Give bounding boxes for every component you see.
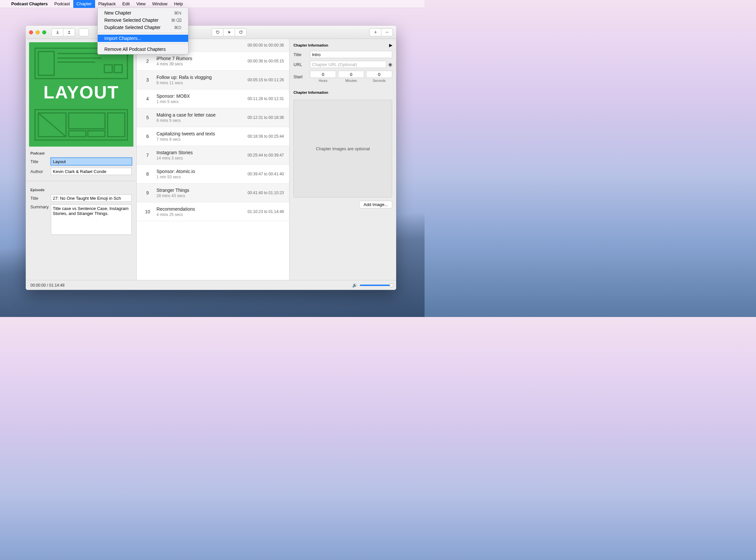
toolbar-button[interactable] bbox=[79, 28, 89, 36]
menu-item-label: Remove All Podcast Chapters bbox=[104, 46, 166, 52]
menu-item-shortcut: ⌘D bbox=[174, 25, 182, 30]
chapter-start-label: Start bbox=[293, 74, 310, 79]
remove-chapter-button[interactable] bbox=[381, 28, 393, 36]
add-chapter-button[interactable] bbox=[369, 28, 381, 36]
menu-separator bbox=[98, 33, 188, 33]
podcast-title-input[interactable] bbox=[51, 158, 132, 165]
import-export-group bbox=[52, 28, 75, 36]
chapter-timerange: 00:25:44 to 00:39:47 bbox=[231, 153, 284, 158]
episode-summary-input[interactable]: Title case vs Sentence Case, Instagram S… bbox=[51, 204, 132, 235]
chapter-duration: 1 min 53 secs bbox=[157, 175, 231, 179]
chapter-title: Instagram Stories bbox=[157, 150, 231, 155]
chapter-duration: 6 mins 5 secs bbox=[157, 118, 231, 123]
chapter-title: Sponsor: MOBX bbox=[157, 94, 231, 99]
chapter-duration: 14 mins 3 secs bbox=[157, 156, 231, 160]
svg-text:LAYOUT: LAYOUT bbox=[43, 82, 119, 102]
chapter-row[interactable]: 5Making a case for letter case6 mins 5 s… bbox=[137, 108, 289, 127]
chapter-info-header: Chapter Information bbox=[293, 43, 328, 47]
chapter-timerange: 00:00:00 to 00:00:36 bbox=[231, 43, 284, 47]
chapter-duration: 4 mins 39 secs bbox=[157, 62, 231, 66]
main-window: LAYOUT Cha Podcast Title Author Episode bbox=[26, 26, 396, 290]
podcast-author-input[interactable] bbox=[51, 168, 132, 175]
chapter-url-input[interactable] bbox=[310, 61, 386, 68]
minutes-input[interactable] bbox=[338, 71, 364, 78]
rewind-button[interactable] bbox=[211, 28, 224, 36]
chapter-title-input[interactable] bbox=[310, 51, 392, 58]
menu-duplicate-selected[interactable]: Duplicate Selected Chapter ⌘D bbox=[98, 24, 188, 31]
podcast-title-label: Title bbox=[30, 159, 51, 164]
chapter-row[interactable]: 3Follow up: Rafa is vlogging6 mins 11 se… bbox=[137, 71, 289, 89]
add-image-button[interactable]: Add Image... bbox=[359, 201, 392, 208]
menu-import-chapters[interactable]: Import Chapters... bbox=[98, 35, 188, 42]
chapter-timerange: 00:39:47 to 00:41:40 bbox=[231, 172, 284, 176]
chapter-title-label: Title bbox=[293, 52, 310, 57]
chapter-row[interactable]: 7Instagram Stories14 mins 3 secs00:25:44… bbox=[137, 146, 289, 165]
chapter-row[interactable]: 9Stranger Things28 mins 43 secs00:41:40 … bbox=[137, 184, 289, 202]
volume-slider[interactable] bbox=[360, 285, 391, 286]
chapter-timerange: 01:10:23 to 01:14:48 bbox=[231, 209, 284, 214]
chapter-timerange: 00:05:15 to 00:11:26 bbox=[231, 78, 284, 82]
chapter-row[interactable]: 4Sponsor: MOBX1 min 5 secs00:11:26 to 00… bbox=[137, 89, 289, 108]
preview-url-icon[interactable]: ◉ bbox=[388, 62, 392, 67]
menu-edit[interactable]: Edit bbox=[119, 0, 133, 8]
traffic-lights bbox=[29, 31, 46, 34]
export-button[interactable] bbox=[63, 28, 75, 36]
minutes-label: Minutes bbox=[345, 79, 357, 83]
menu-view[interactable]: View bbox=[133, 0, 149, 8]
episode-title-label: Title bbox=[30, 196, 51, 201]
episode-summary-label: Summary bbox=[30, 204, 51, 209]
volume-control[interactable]: 🔊 bbox=[352, 283, 391, 287]
menu-playback[interactable]: Playback bbox=[95, 0, 119, 8]
playback-group bbox=[211, 28, 247, 36]
menu-item-label: Duplicate Selected Chapter bbox=[104, 25, 160, 30]
menu-item-shortcut: ⌘N bbox=[174, 11, 182, 16]
chapter-title: Capitalizing tweets and texts bbox=[157, 131, 231, 136]
chapter-row[interactable]: 6Capitalizing tweets and texts7 mins 8 s… bbox=[137, 127, 289, 146]
chapter-duration: 28 mins 43 secs bbox=[157, 194, 231, 198]
playback-time: 00:00:00 / 01:14:48 bbox=[30, 283, 64, 287]
menu-podcast[interactable]: Podcast bbox=[51, 0, 73, 8]
chapter-duration: 1 min 5 secs bbox=[157, 99, 231, 104]
seconds-input[interactable] bbox=[366, 71, 392, 78]
chapter-menu-dropdown: New Chapter ⌘N Remove Selected Chapter ⌘… bbox=[97, 8, 188, 55]
chapter-duration: 7 mins 8 secs bbox=[157, 137, 231, 142]
menu-remove-all[interactable]: Remove All Podcast Chapters bbox=[98, 45, 188, 53]
hours-label: Hours bbox=[319, 79, 327, 83]
menu-chapter[interactable]: Chapter bbox=[73, 0, 95, 8]
chapter-timerange: 00:41:40 to 01:10:23 bbox=[231, 191, 284, 195]
menu-item-label: Import Chapters... bbox=[104, 36, 141, 41]
menu-window[interactable]: Window bbox=[149, 0, 171, 8]
close-icon[interactable] bbox=[29, 31, 33, 34]
forward-button[interactable] bbox=[235, 28, 247, 36]
chapter-row[interactable]: 2iPhone 7 Rumors4 mins 39 secs00:00:36 t… bbox=[137, 52, 289, 71]
minimize-icon[interactable] bbox=[36, 31, 40, 34]
hours-input[interactable] bbox=[310, 71, 336, 78]
episode-title-input[interactable] bbox=[51, 195, 132, 202]
statusbar: 00:00:00 / 01:14:48 🔊 bbox=[26, 280, 396, 290]
zoom-icon[interactable] bbox=[42, 31, 46, 34]
chapter-row[interactable]: 10Recommendations4 mins 25 secs01:10:23 … bbox=[137, 202, 289, 221]
menu-item-label: New Chapter bbox=[104, 10, 131, 16]
play-button[interactable] bbox=[223, 28, 235, 36]
chapter-row[interactable]: 8Sponsor: Atomic.io1 min 53 secs00:39:47… bbox=[137, 165, 289, 184]
chapter-title: iPhone 7 Rumors bbox=[157, 56, 231, 61]
menu-item-shortcut: ⌘⌫ bbox=[171, 18, 182, 23]
chapter-url-label: URL bbox=[293, 62, 310, 67]
chapter-image-dropzone[interactable]: Chapter images are optional bbox=[293, 100, 392, 197]
menu-remove-selected[interactable]: Remove Selected Chapter ⌘⌫ bbox=[98, 17, 188, 24]
titlebar bbox=[26, 26, 396, 39]
menu-new-chapter[interactable]: New Chapter ⌘N bbox=[98, 9, 188, 17]
chapter-timerange: 00:12:31 to 00:18:36 bbox=[231, 115, 284, 120]
play-chapter-icon[interactable]: ▶ bbox=[389, 43, 392, 47]
seconds-label: Seconds bbox=[373, 79, 386, 83]
app-menu[interactable]: Podcast Chapters bbox=[8, 0, 51, 8]
chapter-number: 5 bbox=[142, 115, 153, 120]
import-button[interactable] bbox=[52, 28, 63, 36]
chapter-number: 6 bbox=[142, 134, 153, 139]
chapter-timerange: 00:00:36 to 00:05:15 bbox=[231, 59, 284, 63]
chapter-inspector: Chapter Information ▶ Title URL ◉ Start … bbox=[289, 39, 396, 280]
volume-icon: 🔊 bbox=[352, 283, 357, 287]
chapter-number: 10 bbox=[142, 209, 153, 214]
menu-help[interactable]: Help bbox=[171, 0, 186, 8]
chapter-list[interactable]: 00:00:00 to 00:00:362iPhone 7 Rumors4 mi… bbox=[137, 39, 289, 280]
